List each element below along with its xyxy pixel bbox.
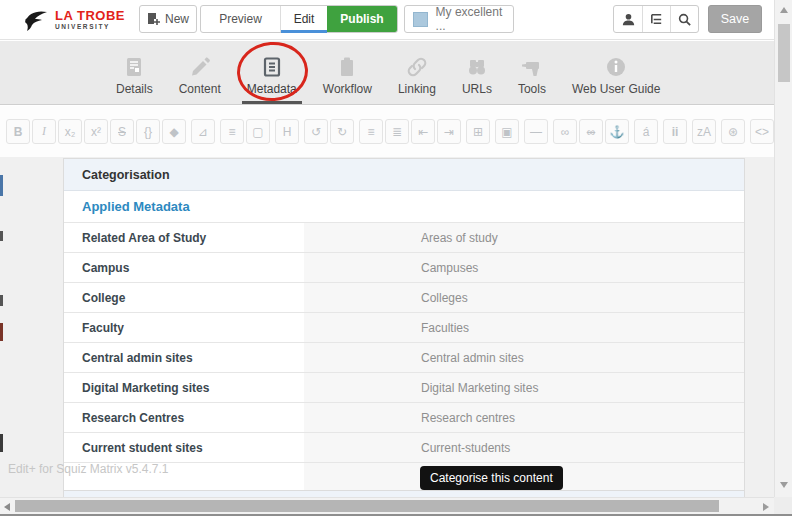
search-button[interactable]: [670, 6, 698, 32]
linking-chain-icon: [405, 55, 429, 79]
info-icon: [604, 55, 628, 79]
outdent-button[interactable]: ⇤: [411, 119, 435, 144]
toolbar-group: zA: [692, 119, 718, 144]
find-replace-button[interactable]: ii: [663, 119, 687, 144]
tab-linking-label: Linking: [398, 82, 436, 104]
toolbar-group: —: [524, 119, 550, 144]
metadata-row-value: Campuses: [304, 253, 744, 282]
scroll-right-arrow[interactable]: [763, 503, 769, 511]
tab-linking[interactable]: Linking: [385, 40, 449, 104]
metadata-row[interactable]: Research CentresResearch centres: [64, 403, 744, 433]
new-button-label: New: [165, 12, 189, 26]
vertical-scrollbar-thumb[interactable]: [778, 24, 790, 82]
redo-button[interactable]: ↻: [330, 119, 354, 144]
image-button[interactable]: ▣: [495, 119, 519, 144]
subscript-button[interactable]: x₂: [58, 119, 82, 144]
remove-format-button[interactable]: ⊿: [191, 119, 215, 144]
logo-subtitle: UNIVERSITY: [55, 24, 125, 31]
tooltip-categorise-content: Categorise this content: [420, 466, 563, 490]
link-button[interactable]: ∞: [553, 119, 577, 144]
toolbar-group: ▣: [495, 119, 521, 144]
left-edge-artifact: [0, 175, 3, 196]
toolbar-group: á: [634, 119, 660, 144]
metadata-row-label: Central admin sites: [64, 343, 304, 372]
anchor-button[interactable]: ⚓: [605, 119, 629, 144]
scroll-down-arrow[interactable]: [780, 482, 788, 488]
applied-metadata-link[interactable]: Applied Metadata: [82, 199, 190, 214]
toolbar-group: ⊿: [191, 119, 217, 144]
metadata-row-value: Faculties: [304, 313, 744, 342]
strikethrough-button[interactable]: S: [110, 119, 134, 144]
tab-web-user-guide-label: Web User Guide: [572, 82, 660, 104]
tab-preview[interactable]: Preview: [201, 6, 281, 32]
metadata-row[interactable]: CollegeColleges: [64, 283, 744, 313]
vertical-scrollbar[interactable]: [774, 0, 792, 497]
latrobe-logo: LA TROBE UNIVERSITY: [22, 7, 125, 33]
metadata-row[interactable]: Digital Marketing sitesDigital Marketing…: [64, 373, 744, 403]
new-button[interactable]: New: [139, 5, 197, 33]
workflow-clipboard-icon: [335, 55, 359, 79]
indent-button[interactable]: ⇥: [437, 119, 461, 144]
mode-switcher: Preview Edit Publish: [200, 5, 398, 33]
translate-button[interactable]: zA: [692, 119, 716, 144]
user-button[interactable]: [614, 6, 642, 32]
metadata-rows: Related Area of StudyAreas of studyCampu…: [64, 223, 744, 463]
scroll-up-arrow[interactable]: [780, 7, 788, 13]
publish-button[interactable]: Publish: [327, 6, 397, 32]
metadata-row[interactable]: Current student sitesCurrent-students: [64, 433, 744, 463]
preview-label: Preview: [219, 12, 262, 26]
asset-tree-button[interactable]: [642, 6, 670, 32]
unlink-button[interactable]: ∞: [579, 119, 603, 144]
metadata-row[interactable]: Related Area of StudyAreas of study: [64, 223, 744, 253]
accessibility-button[interactable]: ⊛: [721, 119, 745, 144]
metadata-row[interactable]: CampusCampuses: [64, 253, 744, 283]
asset-status-square: [413, 12, 428, 27]
version-text: Edit+ for Squiz Matrix v5.4.7.1: [8, 462, 168, 476]
select-block-button[interactable]: ▢: [246, 119, 270, 144]
panel-header: Categorisation: [64, 159, 744, 191]
metadata-row-value: Current-students: [304, 433, 744, 462]
content-area: Categorisation Applied Metadata Related …: [0, 157, 774, 497]
ink-color-button[interactable]: ◆: [162, 119, 186, 144]
tab-workflow[interactable]: Workflow: [310, 40, 385, 104]
metadata-row-label: Faculty: [64, 313, 304, 342]
metadata-row-value: Central admin sites: [304, 343, 744, 372]
numbered-list-button[interactable]: ≣: [385, 119, 409, 144]
undo-button[interactable]: ↺: [304, 119, 328, 144]
metadata-row[interactable]: Central admin sitesCentral admin sites: [64, 343, 744, 373]
special-character-button[interactable]: á: [634, 119, 658, 144]
paragraph-format-button[interactable]: ≡: [220, 119, 244, 144]
search-icon: [677, 12, 692, 27]
table-button[interactable]: ⊞: [466, 119, 490, 144]
heading-button[interactable]: H: [275, 119, 299, 144]
toolbar-group: ii: [663, 119, 689, 144]
tab-content[interactable]: Content: [166, 40, 234, 104]
tab-metadata[interactable]: Metadata: [234, 40, 310, 104]
source-code-button[interactable]: <>: [750, 119, 774, 144]
code-braces-button[interactable]: {}: [136, 119, 160, 144]
horizontal-scrollbar-thumb[interactable]: [15, 500, 719, 512]
metadata-row-label: Research Centres: [64, 403, 304, 432]
tab-details[interactable]: Details: [103, 40, 166, 104]
horizontal-rule-button[interactable]: —: [524, 119, 548, 144]
current-asset-button[interactable]: My excellent ...: [404, 5, 514, 33]
tab-web-user-guide[interactable]: Web User Guide: [559, 40, 673, 104]
superscript-button[interactable]: x²: [84, 119, 108, 144]
toolbar-group: ⊞: [466, 119, 492, 144]
next-panel-sliver: [63, 490, 745, 497]
tree-icon: [649, 12, 664, 27]
scroll-left-arrow[interactable]: [4, 503, 10, 511]
horizontal-scrollbar[interactable]: [0, 497, 774, 514]
save-button[interactable]: Save: [708, 5, 762, 33]
tools-drill-icon: [520, 55, 544, 79]
bullet-list-button[interactable]: ≡: [359, 119, 383, 144]
metadata-row-value: Areas of study: [304, 223, 744, 252]
italic-button[interactable]: I: [32, 119, 56, 144]
tab-tools[interactable]: Tools: [505, 40, 559, 104]
metadata-row-label: Digital Marketing sites: [64, 373, 304, 402]
tab-edit[interactable]: Edit: [281, 6, 327, 32]
metadata-row[interactable]: FacultyFaculties: [64, 313, 744, 343]
urls-binoculars-icon: [465, 55, 489, 79]
tab-urls[interactable]: URLs: [449, 40, 505, 104]
bold-button[interactable]: B: [6, 119, 30, 144]
